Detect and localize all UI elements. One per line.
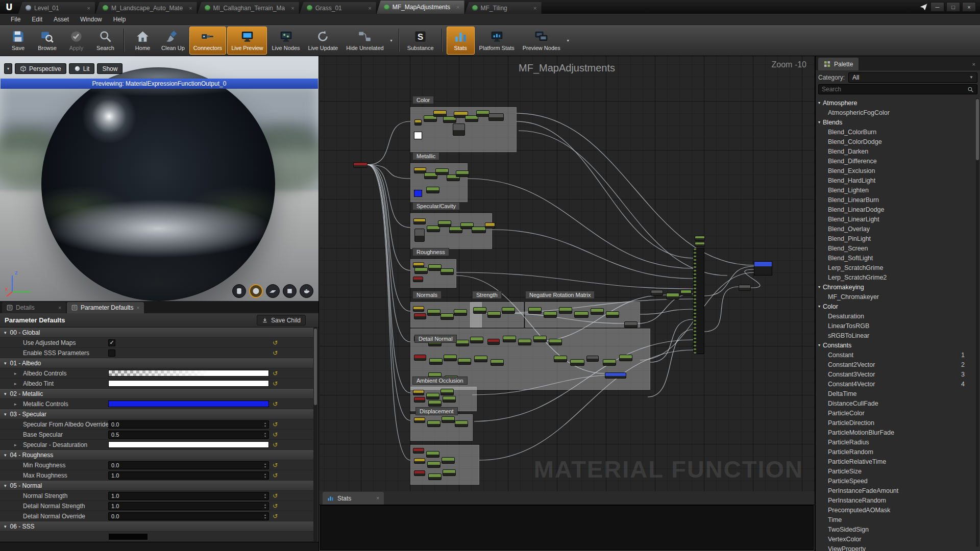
palette-item-blend-colordodge[interactable]: Blend_ColorDodge xyxy=(816,137,976,146)
palette-item-constant[interactable]: Constant1 xyxy=(816,350,976,360)
graph-node[interactable] xyxy=(570,359,584,366)
show-button[interactable]: Show xyxy=(97,63,122,74)
comment-label-negative-rotation-matrix[interactable]: Negative Rotation Matrix xyxy=(525,291,595,299)
graph-node[interactable] xyxy=(458,358,471,365)
palette-item-particleradius[interactable]: ParticleRadius xyxy=(816,437,976,447)
graph-node[interactable] xyxy=(414,119,422,126)
comment-label-displacement[interactable]: Displacement xyxy=(415,407,458,415)
palette-category-chromakeying[interactable]: ▾Chromakeying xyxy=(816,282,976,292)
spinner-icon[interactable]: ▴▾ xyxy=(264,432,266,438)
palette-item-constant2vector[interactable]: Constant2Vector2 xyxy=(816,360,976,369)
preview-nodes-button[interactable]: Preview Nodes xyxy=(519,27,564,55)
expander-arrow-icon[interactable]: ▸ xyxy=(14,381,17,386)
palette-item-atmosphericfogcolor[interactable]: AtmosphericFogColor xyxy=(816,108,976,117)
palette-item-blend-softlight[interactable]: Blend_SoftLight xyxy=(816,253,976,263)
param-row-detail-normal-override[interactable]: Detail Normal Override0.0▴▾↺ xyxy=(0,511,313,521)
graph-node[interactable] xyxy=(426,393,439,399)
graph-node[interactable] xyxy=(414,229,425,242)
hide-unrelated-dropdown[interactable]: ▾ xyxy=(388,27,395,55)
menu-asset[interactable]: Asset xyxy=(48,14,75,24)
graph-node[interactable] xyxy=(485,222,495,229)
perspective-button[interactable]: Perspective xyxy=(15,63,66,74)
comment-label-specular-cavity[interactable]: Specular/Cavity xyxy=(412,202,460,210)
graph-node[interactable] xyxy=(454,309,467,316)
comment-label-strength[interactable]: Strength xyxy=(472,291,502,299)
param-row-enable-sss-parameters[interactable]: Enable SSS Parameters↺ xyxy=(0,348,313,358)
palette-category-color[interactable]: ▾Color xyxy=(816,302,976,311)
spinner-icon[interactable]: ▴▾ xyxy=(264,503,266,509)
palette-item-perinstancerandom[interactable]: PerInstanceRandom xyxy=(816,495,976,505)
palette-item-blend-lineardodge[interactable]: Blend_LinearDodge xyxy=(816,205,976,214)
spinner-icon[interactable]: ▴▾ xyxy=(264,472,266,479)
graph-node[interactable] xyxy=(414,355,426,361)
graph-node[interactable] xyxy=(473,307,486,314)
preview-mesh-plane-button[interactable] xyxy=(266,284,280,298)
material-graph-canvas[interactable]: MF_MapAdjustments Zoom -10 MATERIAL FUNC… xyxy=(319,56,815,491)
palette-item-perinstancefadeamount[interactable]: PerInstanceFadeAmount xyxy=(816,486,976,495)
palette-item-blend-hardlight[interactable]: Blend_HardLight xyxy=(816,176,976,185)
tab-details[interactable]: Details× xyxy=(2,302,66,313)
comment-label-ambient-occlusion[interactable]: Ambient Occlusion xyxy=(412,377,468,385)
graph-node[interactable] xyxy=(413,306,424,312)
graph-node[interactable] xyxy=(559,307,572,314)
doc-tab-grass-01[interactable]: Grass_01× xyxy=(300,2,376,14)
graph-node[interactable] xyxy=(426,451,439,458)
graph-node[interactable] xyxy=(456,340,469,346)
palette-item-blend-lighten[interactable]: Blend_Lighten xyxy=(816,185,976,195)
tab-palette[interactable]: Palette xyxy=(818,58,859,70)
graph-node[interactable] xyxy=(544,311,557,318)
comment-label-detail-normal[interactable]: Detail Normal xyxy=(414,335,457,343)
value-input[interactable]: 1.0▴▾ xyxy=(108,471,269,480)
spinner-icon[interactable]: ▴▾ xyxy=(264,421,266,428)
graph-node[interactable] xyxy=(474,356,487,362)
palette-item-particlesize[interactable]: ParticleSize xyxy=(816,466,976,476)
param-row-detail-normal-strength[interactable]: Detail Normal Strength1.0▴▾↺ xyxy=(0,501,313,511)
palette-item-particlerelativetime[interactable]: ParticleRelativeTime xyxy=(816,457,976,466)
doc-tab-m-landscape-auto-mate[interactable]: M_Landscape_Auto_Mate× xyxy=(95,2,197,14)
graph-node[interactable] xyxy=(528,307,542,314)
viewport-options-dropdown[interactable]: ▾ xyxy=(4,63,12,74)
graph-node[interactable] xyxy=(487,311,501,318)
tab-stats[interactable]: Stats × xyxy=(323,492,384,505)
output-result-node[interactable] xyxy=(754,261,772,276)
palette-item-blend-darken[interactable]: Blend_Darken xyxy=(816,146,976,156)
comment-label-metallic[interactable]: Metallic xyxy=(412,152,439,160)
param-row-specular-from-albedo-override[interactable]: Specular From Albedo Override0.0▴▾↺ xyxy=(0,419,313,430)
tab-close-icon[interactable]: × xyxy=(288,5,294,11)
graph-node[interactable] xyxy=(438,220,451,227)
graph-node[interactable] xyxy=(472,227,486,233)
expanded-arrow-icon[interactable]: ▾ xyxy=(4,524,7,529)
graph-node[interactable] xyxy=(487,339,500,345)
graph-node[interactable] xyxy=(414,267,428,274)
preview-material-sphere[interactable] xyxy=(41,67,275,301)
graph-node[interactable] xyxy=(605,372,626,379)
graph-node[interactable] xyxy=(440,389,454,395)
graph-node[interactable] xyxy=(574,311,589,318)
preview-mesh-teapot-button[interactable] xyxy=(300,284,313,298)
palette-item-blend-linearburn[interactable]: Blend_LinearBurn xyxy=(816,195,976,205)
menu-file[interactable]: File xyxy=(5,14,26,24)
graph-node[interactable] xyxy=(427,309,440,316)
param-row-specular-desaturation[interactable]: ▸Specular - Desaturation↺ xyxy=(0,440,313,450)
reset-to-default-icon[interactable]: ↺ xyxy=(273,339,278,346)
palette-item-particledirection[interactable]: ParticleDirection xyxy=(816,418,976,428)
comment-label-normals[interactable]: Normals xyxy=(412,291,442,299)
checkbox[interactable] xyxy=(108,349,115,357)
param-row-min-roughness[interactable]: Min Roughness0.0▴▾↺ xyxy=(0,460,313,470)
color-swatch-node[interactable] xyxy=(414,190,422,197)
apply-button[interactable]: Apply xyxy=(62,27,90,55)
doc-tab-mi-callaghan-terrain-ma[interactable]: MI_Callaghan_Terrain_Ma× xyxy=(198,2,299,14)
value-input[interactable]: 0.0▴▾ xyxy=(108,420,269,429)
live-nodes-button[interactable]: Live Nodes xyxy=(268,27,303,55)
graph-node[interactable] xyxy=(680,290,692,295)
tab-close-icon[interactable]: × xyxy=(186,5,192,11)
hide-unrelated-button[interactable]: Hide Unrelated xyxy=(342,27,387,55)
palette-item-blend-linearlight[interactable]: Blend_LinearLight xyxy=(816,214,976,224)
graph-node[interactable] xyxy=(533,336,547,342)
palette-scrollbar-thumb[interactable] xyxy=(976,99,979,160)
palette-category-blends[interactable]: ▾Blends xyxy=(816,117,976,127)
spinner-icon[interactable]: ▴▾ xyxy=(264,513,266,519)
param-row-base-specular[interactable]: Base Specular0.5▴▾↺ xyxy=(0,430,313,440)
graph-node[interactable] xyxy=(591,308,604,315)
color-swatch[interactable] xyxy=(108,533,148,540)
